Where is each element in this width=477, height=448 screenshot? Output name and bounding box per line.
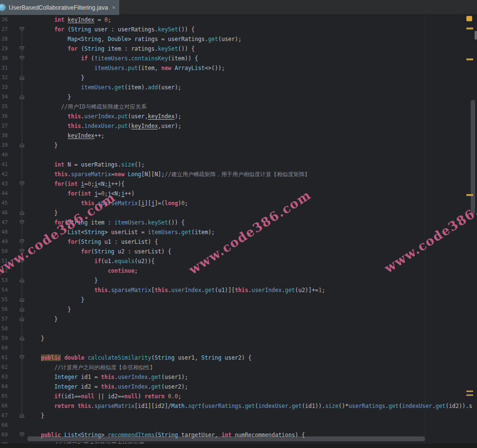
fold-end-icon[interactable] [19, 316, 25, 322]
line-number[interactable]: 64 [1, 382, 14, 392]
code-line[interactable]: for (String user : userRatings.keySet())… [28, 25, 195, 34]
code-line[interactable]: return this.sparseMatrix[id1][id2]/Math.… [28, 401, 472, 411]
code-line[interactable]: for(String item : itemUsers.keySet()) { [28, 218, 184, 227]
code-line[interactable]: } [28, 334, 44, 343]
code-line[interactable]: Integer id2 = this.userIndex.get(user2); [28, 382, 188, 392]
line-number[interactable]: 53 [1, 276, 14, 285]
code-line[interactable]: this.userIndex.put(user,keyIndex); [28, 112, 182, 121]
code-line[interactable]: for(int j=0;j<N;j++) [28, 189, 135, 198]
line-number[interactable]: 36 [1, 112, 14, 121]
warning-stripe-mark[interactable] [466, 58, 473, 60]
code-line[interactable]: } [28, 92, 71, 102]
line-number[interactable]: 37 [1, 121, 14, 131]
line-number[interactable]: 29 [1, 44, 14, 54]
code-line[interactable]: keyIndex++; [28, 131, 104, 140]
warning-stripe-mark[interactable] [466, 394, 473, 396]
line-number[interactable]: 67 [1, 411, 14, 420]
code-line[interactable]: List<String> userList = itemUsers.get(it… [28, 227, 215, 237]
line-number[interactable]: 54 [1, 285, 14, 295]
horizontal-scrollbar-thumb[interactable] [28, 436, 425, 441]
line-number[interactable]: 51 [1, 256, 14, 266]
code-line[interactable]: itemUsers.get(item).add(user); [28, 83, 182, 92]
line-number[interactable]: 69 [1, 430, 14, 440]
line-number[interactable]: 59 [1, 334, 14, 343]
line-number[interactable]: 62 [1, 363, 14, 372]
fold-start-icon[interactable] [19, 249, 25, 254]
fold-end-icon[interactable] [19, 142, 25, 148]
code-line[interactable]: Map<String, Double> ratings = userRating… [28, 34, 241, 44]
line-number[interactable]: 44 [1, 189, 14, 198]
code-line[interactable]: continue; [28, 266, 138, 276]
line-number[interactable]: 56 [1, 305, 14, 314]
line-number[interactable]: 34 [1, 92, 14, 102]
code-line[interactable]: } [28, 314, 57, 324]
line-number[interactable]: 48 [1, 227, 14, 237]
line-number[interactable]: 42 [1, 169, 14, 179]
vertical-scrollbar-thumb[interactable] [471, 100, 475, 214]
line-number[interactable]: 45 [1, 198, 14, 208]
code-line[interactable]: } [28, 411, 44, 420]
code-line[interactable]: if (!itemUsers.containsKey(item)) { [28, 54, 198, 63]
line-number[interactable]: 39 [1, 140, 14, 150]
code-line[interactable]: itemUsers.put(item, new ArrayList<>()); [28, 63, 225, 73]
line-number[interactable]: 52 [1, 266, 14, 276]
fold-end-icon[interactable] [19, 307, 25, 312]
line-number[interactable]: 61 [1, 353, 14, 363]
fold-end-icon[interactable] [19, 336, 25, 341]
inspections-widget[interactable] [466, 16, 472, 21]
fold-start-icon[interactable] [19, 432, 25, 437]
line-number[interactable]: 49 [1, 237, 14, 247]
fold-start-icon[interactable] [19, 258, 25, 264]
line-number[interactable]: 43 [1, 179, 14, 189]
line-number[interactable]: 66 [1, 401, 14, 411]
fold-end-icon[interactable] [19, 75, 25, 80]
line-number[interactable]: 57 [1, 314, 14, 324]
code-line[interactable]: if(u1.equals(u2)){ [28, 256, 154, 266]
fold-end-icon[interactable] [19, 210, 25, 215]
code-line[interactable]: this.sparseMatrix[i][j]=(long)0; [28, 198, 188, 208]
code-line[interactable]: public double calculateSimilarity(String… [28, 353, 252, 363]
fold-start-icon[interactable] [19, 46, 25, 51]
line-number[interactable]: 33 [1, 83, 14, 92]
fold-start-icon[interactable] [19, 27, 25, 32]
code-line[interactable]: int keyIndex = 0; [28, 15, 111, 25]
line-number[interactable]: 50 [1, 247, 14, 256]
line-number[interactable]: 55 [1, 295, 14, 305]
line-number[interactable]: 60 [1, 343, 14, 353]
code-editor[interactable]: 26 int keyIndex = 0;27 for (String user … [0, 15, 477, 448]
line-number[interactable]: 58 [1, 324, 14, 334]
line-number[interactable]: 47 [1, 218, 14, 227]
line-number[interactable]: 63 [1, 372, 14, 382]
line-number[interactable]: 40 [1, 150, 14, 160]
fold-start-icon[interactable] [19, 239, 25, 244]
line-number[interactable]: 68 [1, 420, 14, 430]
tab-userbasedcollaborativefiltering[interactable]: UserBasedCollaborativeFiltering.java × [0, 0, 119, 15]
code-line[interactable]: } [28, 276, 98, 285]
line-number[interactable]: 65 [1, 392, 14, 401]
fold-end-icon[interactable] [19, 297, 25, 302]
code-line[interactable]: for(int i=0;i<N;i++){ [28, 179, 125, 189]
warning-stripe-mark[interactable] [466, 28, 473, 29]
line-number[interactable]: 38 [1, 131, 14, 140]
warning-stripe-mark[interactable] [466, 194, 473, 196]
code-line[interactable]: for(String u1 : userList) { [28, 237, 158, 247]
code-line[interactable]: } [28, 73, 84, 83]
code-line[interactable]: this.indexUser.put(keyIndex,user); [28, 121, 182, 131]
code-line[interactable]: if(id1==null || id2==null) return 0.0; [28, 392, 182, 401]
code-line[interactable]: //用户ID与稀疏矩阵建立对应关系 [28, 102, 146, 112]
line-number[interactable]: 31 [1, 63, 14, 73]
line-number[interactable]: 27 [1, 25, 14, 34]
code-line[interactable]: } [28, 208, 57, 218]
line-number[interactable]: 26 [1, 15, 14, 25]
fold-end-icon[interactable] [19, 94, 25, 99]
line-number[interactable]: 46 [1, 208, 14, 218]
code-line[interactable]: int N = userRatings.size(); [28, 160, 144, 169]
code-line[interactable]: } [28, 140, 57, 150]
fold-start-icon[interactable] [19, 181, 25, 186]
line-number[interactable]: 41 [1, 160, 14, 169]
line-number[interactable]: 28 [1, 34, 14, 44]
code-line[interactable]: } [28, 295, 84, 305]
code-line[interactable]: for (String item : ratings.keySet()) { [28, 44, 195, 54]
code-line[interactable]: //计算用户之间的相似度【余弦相似性】 [28, 363, 155, 372]
code-line[interactable]: this.sparseMatrix[this.userIndex.get(u1)… [28, 285, 325, 295]
